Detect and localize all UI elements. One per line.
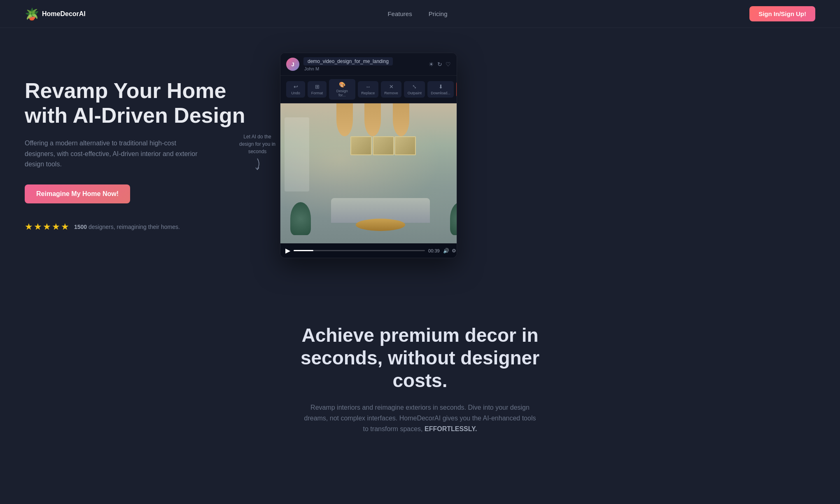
video-body: ↩ Undo ⊞ Format 🎨 Design for... ↔ [280, 76, 457, 258]
cta-button[interactable]: Reimagine My Home Now! [25, 184, 130, 203]
side-annotation: Let AI do the design for you in seconds [239, 133, 276, 172]
toolbar-undo[interactable]: ↩ Undo [286, 81, 305, 98]
plant-right [450, 202, 457, 235]
plant-left [290, 202, 311, 235]
toolbar-download[interactable]: ⬇ Download... [427, 81, 453, 98]
video-username: John M [303, 66, 425, 71]
volume-icon[interactable]: 🔊 [443, 248, 449, 254]
heart-icon[interactable]: ♡ [446, 61, 451, 68]
timestamp: 00:39 [428, 248, 440, 253]
pendant-right [393, 103, 409, 136]
hero-section: Revamp Your Home with AI-Driven Design O… [0, 28, 840, 291]
progress-fill [294, 250, 313, 251]
play-button[interactable]: ▶ [285, 247, 290, 254]
signin-button[interactable]: Sign In/Sign Up! [749, 6, 815, 21]
window-light [285, 117, 309, 191]
format-icon: ⊞ [315, 84, 320, 90]
replace-icon: ↔ [365, 84, 371, 90]
toolbar-design[interactable]: 🎨 Design for... [329, 79, 355, 100]
art-frame-2 [373, 136, 394, 155]
progress-bar[interactable] [294, 250, 425, 251]
social-proof: ★★★★★ 1500 designers, reimagining their … [25, 222, 264, 232]
settings-icon[interactable]: ☀ [429, 61, 434, 68]
video-top-actions: ☀ ↻ ♡ [429, 61, 451, 68]
art-frame-3 [394, 136, 416, 155]
design-icon: 🎨 [339, 82, 345, 88]
remove-icon: ✕ [389, 84, 394, 90]
hero-subtitle: Offering a modern alternative to traditi… [25, 138, 198, 170]
pendant-mid [364, 103, 381, 136]
settings-ctrl-icon[interactable]: ⚙ [452, 248, 456, 254]
toolbar-replace[interactable]: ↔ Replace [358, 81, 378, 98]
outpaint-icon: ⤡ [412, 84, 417, 90]
logo-area: 🪴 HomeDecorAI [25, 7, 86, 21]
pendant-left [336, 103, 353, 136]
avatar: J [286, 58, 299, 71]
navbar: 🪴 HomeDecorAI Features Pricing Sign In/S… [0, 0, 840, 28]
toolbar-delete[interactable]: 🗑 Delete [456, 81, 457, 98]
second-title: Achieve premium decor in seconds, withou… [288, 324, 552, 392]
coffee-table [356, 219, 405, 231]
toolbar-remove[interactable]: ✕ Remove [381, 81, 402, 98]
hero-content: Revamp Your Home with AI-Driven Design O… [25, 79, 264, 232]
room-preview [280, 103, 457, 243]
hero-right: Let AI do the design for you in seconds … [280, 53, 457, 258]
download-icon: ⬇ [439, 84, 443, 90]
video-header: J demo_video_design_for_me_landing John … [280, 53, 457, 76]
review-count: 1500 designers, reimagining their homes. [74, 224, 180, 230]
logo-icon: 🪴 [25, 7, 38, 21]
nav-links: Features Pricing [387, 10, 447, 17]
toolbar-format[interactable]: ⊞ Format [308, 81, 327, 98]
video-toolbar: ↩ Undo ⊞ Format 🎨 Design for... ↔ [280, 76, 457, 103]
hero-title: Revamp Your Home with AI-Driven Design [25, 79, 264, 128]
video-filename: demo_video_design_for_me_landing [303, 57, 393, 65]
video-controls: ▶ 00:39 🔊 ⚙ ⊡ ⛶ V [280, 243, 457, 258]
nav-pricing[interactable]: Pricing [429, 10, 448, 17]
nav-features[interactable]: Features [387, 10, 412, 17]
art-frame-1 [350, 136, 372, 155]
second-section: Achieve premium decor in seconds, withou… [0, 291, 840, 468]
share-icon[interactable]: ↻ [437, 61, 442, 68]
video-content-area: ↩ Undo ⊞ Format 🎨 Design for... ↔ [280, 76, 457, 258]
brand-name: HomeDecorAI [42, 10, 86, 18]
control-icons: 🔊 ⚙ ⊡ ⛶ V [443, 248, 457, 254]
undo-icon: ↩ [294, 84, 298, 90]
second-description: Revamp interiors and reimagine exteriors… [301, 402, 539, 435]
video-info: demo_video_design_for_me_landing John M [303, 57, 425, 71]
video-card: J demo_video_design_for_me_landing John … [280, 53, 457, 258]
star-rating: ★★★★★ [25, 222, 70, 232]
toolbar-outpaint[interactable]: ⤡ Outpaint [404, 81, 425, 98]
